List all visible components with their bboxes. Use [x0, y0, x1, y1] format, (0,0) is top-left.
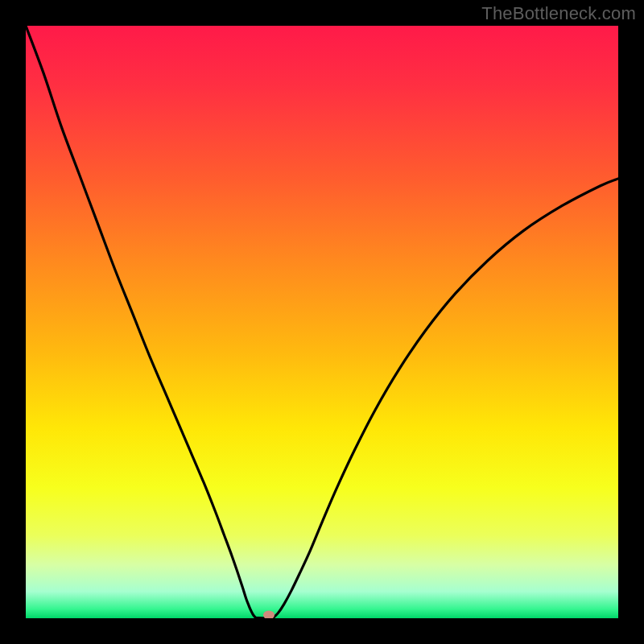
plot-area [26, 26, 618, 618]
watermark-text: TheBottleneck.com [481, 3, 636, 24]
optimum-marker-icon [263, 610, 275, 618]
curve-layer [26, 26, 618, 618]
bottleneck-curve [26, 26, 618, 618]
chart-frame: TheBottleneck.com [0, 0, 644, 644]
